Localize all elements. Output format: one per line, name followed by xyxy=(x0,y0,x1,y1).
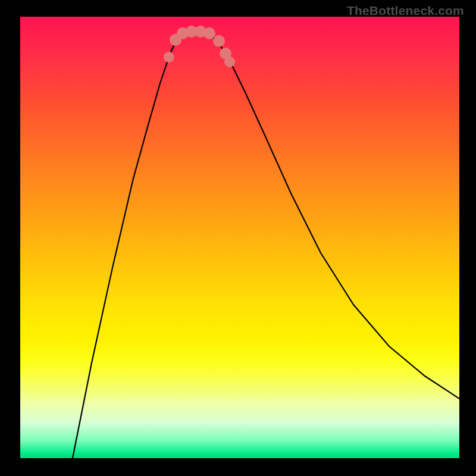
highlight-markers xyxy=(164,26,235,67)
watermark-text: TheBottleneck.com xyxy=(347,4,464,18)
chart-svg xyxy=(20,17,459,458)
bottleneck-curve xyxy=(73,32,459,458)
marker-dot xyxy=(203,27,215,39)
marker-dot xyxy=(224,57,235,67)
marker-dot xyxy=(164,52,174,62)
marker-dot xyxy=(213,35,225,47)
